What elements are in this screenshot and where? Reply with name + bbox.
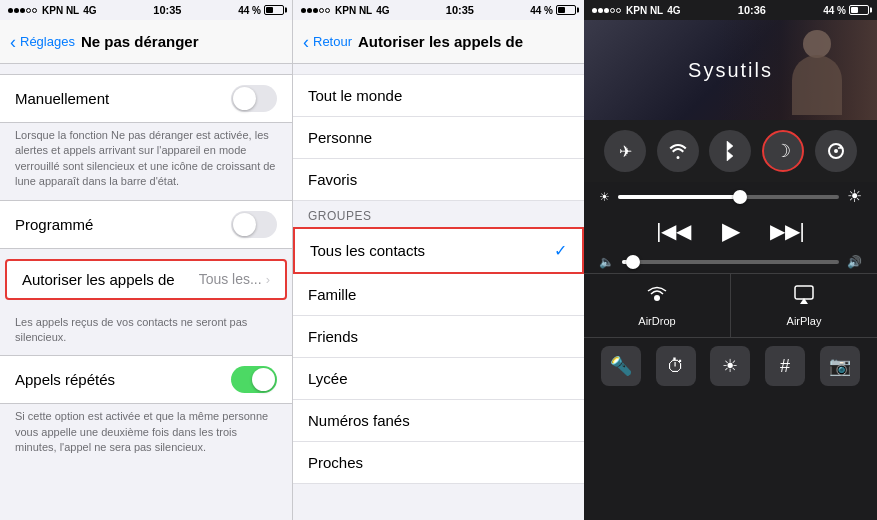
volume-track[interactable] — [622, 260, 839, 264]
status-right-3: 44 % — [823, 5, 869, 16]
list-item-famille[interactable]: Famille — [293, 274, 584, 316]
flashlight-icon: 🔦 — [610, 355, 632, 377]
carrier-2: KPN NL — [335, 5, 372, 16]
list-item-tous-contacts[interactable]: Tous les contacts ✓ — [293, 227, 584, 274]
dot2 — [14, 8, 19, 13]
p3dot1 — [592, 8, 597, 13]
back-arrow-1: ‹ — [10, 33, 16, 51]
airplane-icon: ✈ — [619, 142, 632, 161]
manuellement-toggle[interactable] — [231, 85, 277, 112]
camera-icon: 📷 — [829, 355, 851, 377]
album-title: Sysutils — [584, 59, 877, 82]
carrier-1: KPN NL — [42, 5, 79, 16]
album-header: Sysutils — [584, 20, 877, 120]
description-3: Si cette option est activée et que la mê… — [0, 404, 292, 465]
volume-fill — [622, 260, 633, 264]
brightness-fill — [618, 195, 740, 199]
list-item-numeros-fanes[interactable]: Numéros fanés — [293, 400, 584, 442]
flashlight-btn[interactable]: 🔦 — [601, 346, 641, 386]
moon-btn[interactable]: ☽ — [762, 130, 804, 172]
timer-btn[interactable]: ⏱ — [656, 346, 696, 386]
list-item-personne[interactable]: Personne — [293, 117, 584, 159]
signal-3 — [592, 8, 621, 13]
status-bar-3: KPN NL 4G 10:36 44 % — [584, 0, 877, 20]
back-button-2[interactable]: ‹ Retour — [303, 33, 352, 51]
calculator-btn[interactable]: # — [765, 346, 805, 386]
autoriser-label: Autoriser les appels de — [22, 271, 175, 288]
back-button-1[interactable]: ‹ Réglages — [10, 33, 75, 51]
airdrop-btn[interactable]: AirDrop — [584, 274, 731, 337]
volume-thumb — [626, 255, 640, 269]
moon-icon: ☽ — [775, 140, 791, 162]
play-btn[interactable]: ▶ — [722, 217, 740, 245]
status-left-3: KPN NL 4G — [592, 5, 681, 16]
appels-repetes-row[interactable]: Appels répétés — [0, 355, 292, 404]
wifi-btn[interactable] — [657, 130, 699, 172]
panel-autoriser-appels: KPN NL 4G 10:35 44 % ‹ Retour Autoriser … — [292, 0, 584, 520]
rotation-btn[interactable] — [815, 130, 857, 172]
p3dot4 — [610, 8, 615, 13]
status-bar-2: KPN NL 4G 10:35 44 % — [293, 0, 584, 20]
airplay-btn[interactable]: AirPlay — [731, 274, 877, 337]
next-btn[interactable]: ▶▶| — [770, 219, 805, 243]
volume-high-icon: 🔊 — [847, 255, 862, 269]
back-arrow-2: ‹ — [303, 33, 309, 51]
brightness-tool-btn[interactable]: ☀ — [710, 346, 750, 386]
status-left-2: KPN NL 4G — [301, 5, 390, 16]
dot3 — [20, 8, 25, 13]
network-2: 4G — [376, 5, 389, 16]
brightness-track[interactable] — [618, 195, 839, 199]
programme-row[interactable]: Programmé — [0, 200, 292, 249]
p2dot1 — [301, 8, 306, 13]
dot1 — [8, 8, 13, 13]
airdrop-icon — [646, 284, 668, 311]
toggle-thumb-1 — [233, 87, 256, 110]
programme-label: Programmé — [15, 216, 93, 233]
status-left-1: KPN NL 4G — [8, 5, 97, 16]
airplay-label: AirPlay — [787, 315, 822, 327]
brightness-thumb — [733, 190, 747, 204]
battery-pct-2: 44 % — [530, 5, 553, 16]
airplay-svg — [793, 284, 815, 306]
network-3: 4G — [667, 5, 680, 16]
battery-fill-3 — [851, 7, 858, 13]
dot4 — [26, 8, 31, 13]
brightness-tool-icon: ☀ — [722, 355, 738, 377]
airplane-btn[interactable]: ✈ — [604, 130, 646, 172]
p2dot5 — [325, 8, 330, 13]
status-right-1: 44 % — [238, 5, 284, 16]
settings-content-1: Manuellement Lorsque la fonction Ne pas … — [0, 64, 292, 520]
airdrop-label: AirDrop — [638, 315, 675, 327]
air-row: AirDrop AirPlay — [584, 273, 877, 337]
description-2: Les appels reçus de vos contacts ne sero… — [0, 310, 292, 356]
p3dot3 — [604, 8, 609, 13]
battery-fill-1 — [266, 7, 273, 13]
carrier-3: KPN NL — [626, 5, 663, 16]
groups-list: Tous les contacts ✓ Famille Friends Lycé… — [293, 227, 584, 484]
list-item-favoris[interactable]: Favoris — [293, 159, 584, 201]
volume-low-icon: 🔈 — [599, 255, 614, 269]
list-item-lycee[interactable]: Lycée — [293, 358, 584, 400]
list-item-proches[interactable]: Proches — [293, 442, 584, 484]
volume-slider-row: 🔈 🔊 — [584, 251, 877, 273]
camera-btn[interactable]: 📷 — [820, 346, 860, 386]
manuellement-row[interactable]: Manuellement — [0, 74, 292, 123]
list-item-tout-monde[interactable]: Tout le monde — [293, 74, 584, 117]
list-item-friends[interactable]: Friends — [293, 316, 584, 358]
p2dot3 — [313, 8, 318, 13]
airplay-icon — [793, 284, 815, 311]
autoriser-sub-group: Tous les... › — [199, 271, 270, 287]
prev-btn[interactable]: |◀◀ — [656, 219, 691, 243]
svg-point-1 — [834, 149, 838, 153]
back-label-2: Retour — [313, 34, 352, 49]
bluetooth-btn[interactable] — [709, 130, 751, 172]
brightness-high-icon: ☀ — [847, 186, 862, 207]
autoriser-row[interactable]: Autoriser les appels de Tous les... › — [5, 259, 287, 300]
programme-toggle[interactable] — [231, 211, 277, 238]
settings-content-2: Tout le monde Personne Favoris GROUPES T… — [293, 64, 584, 520]
wifi-icon — [668, 143, 688, 159]
nav-bar-1: ‹ Réglages Ne pas déranger — [0, 20, 292, 64]
appels-repetes-toggle[interactable] — [231, 366, 277, 393]
autoriser-sub: Tous les... — [199, 271, 262, 287]
status-right-2: 44 % — [530, 5, 576, 16]
